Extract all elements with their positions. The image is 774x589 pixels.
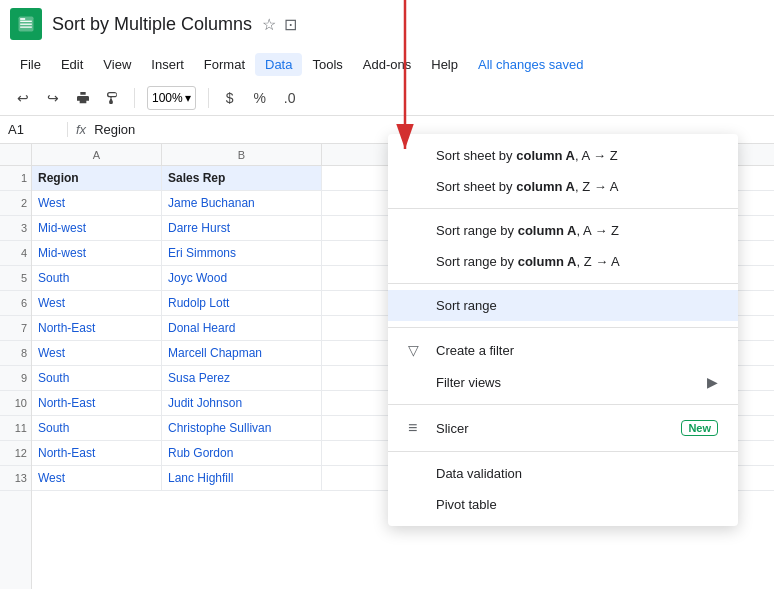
sort-range-a-z[interactable]: Sort range by column A, A → Z [388,215,738,246]
data-validation[interactable]: Data validation [388,458,738,489]
slicer-item[interactable]: ≡ Slicer New [388,411,738,445]
percent-button[interactable]: % [247,85,273,111]
toolbar-divider-1 [134,88,135,108]
row-num-3: 3 [0,216,31,241]
data-dropdown-menu: Sort sheet by column A, A → Z Sort sheet… [388,134,738,526]
cell-a7[interactable]: North-East [32,316,162,340]
decimal-button[interactable]: .0 [277,85,303,111]
toolbar: ↩ ↪ 100% ▾ $ % .0 [0,80,774,116]
row-num-1: 1 [0,166,31,191]
row-num-8: 8 [0,341,31,366]
cell-b10[interactable]: Judit Johnson [162,391,322,415]
menu-help[interactable]: Help [421,53,468,76]
undo-button[interactable]: ↩ [10,85,36,111]
sort-range-z-a[interactable]: Sort range by column A, Z → A [388,246,738,277]
row-num-7: 7 [0,316,31,341]
row-num-2: 2 [0,191,31,216]
menu-bar: File Edit View Insert Format Data Tools … [0,48,774,80]
sort-sheet-z-a[interactable]: Sort sheet by column A, Z → A [388,171,738,202]
menu-file[interactable]: File [10,53,51,76]
row-num-header [0,144,31,166]
sort-sheet-a-z-label: Sort sheet by column A, A → Z [436,148,718,163]
filter-icon: ▽ [408,342,424,358]
svg-rect-3 [20,27,32,28]
cell-b6[interactable]: Rudolp Lott [162,291,322,315]
page-title: Sort by Multiple Columns [52,14,252,35]
fx-label: fx [76,122,86,137]
title-icons: ☆ ⊡ [262,15,297,34]
cell-b4[interactable]: Eri Simmons [162,241,322,265]
menu-data[interactable]: Data [255,53,302,76]
row-num-5: 5 [0,266,31,291]
save-icon[interactable]: ⊡ [284,15,297,34]
cell-b13[interactable]: Lanc Highfill [162,466,322,490]
filter-views-label: Filter views [436,375,707,390]
paint-format-button[interactable] [100,85,126,111]
cell-b2[interactable]: Jame Buchanan [162,191,322,215]
cell-a9[interactable]: South [32,366,162,390]
cell-a11[interactable]: South [32,416,162,440]
cell-a5[interactable]: South [32,266,162,290]
sort-sheet-a-z[interactable]: Sort sheet by column A, A → Z [388,140,738,171]
menu-insert[interactable]: Insert [141,53,194,76]
row-num-12: 12 [0,441,31,466]
cell-b3[interactable]: Darre Hurst [162,216,322,240]
menu-tools[interactable]: Tools [302,53,352,76]
row-num-9: 9 [0,366,31,391]
app-icon [10,8,42,40]
spreadsheet-area: 1 2 3 4 5 6 7 8 9 10 11 12 13 A B Region… [0,144,774,589]
cell-b9[interactable]: Susa Perez [162,366,322,390]
cell-b8[interactable]: Marcell Chapman [162,341,322,365]
cell-b1[interactable]: Sales Rep [162,166,322,190]
cell-a13[interactable]: West [32,466,162,490]
cell-a8[interactable]: West [32,341,162,365]
menu-addons[interactable]: Add-ons [353,53,421,76]
cell-b7[interactable]: Donal Heard [162,316,322,340]
sort-range-a-z-label: Sort range by column A, A → Z [436,223,718,238]
sort-range-z-a-label: Sort range by column A, Z → A [436,254,718,269]
sort-range-advanced[interactable]: Sort range [388,290,738,321]
create-filter[interactable]: ▽ Create a filter [388,334,738,366]
sort-sheet-section: Sort sheet by column A, A → Z Sort sheet… [388,134,738,208]
cell-a6[interactable]: West [32,291,162,315]
cell-b12[interactable]: Rub Gordon [162,441,322,465]
cell-a3[interactable]: Mid-west [32,216,162,240]
cell-a2[interactable]: West [32,191,162,215]
row-numbers: 1 2 3 4 5 6 7 8 9 10 11 12 13 [0,144,32,589]
zoom-arrow-icon: ▾ [185,91,191,105]
zoom-value: 100% [152,91,183,105]
print-button[interactable] [70,85,96,111]
col-header-b[interactable]: B [162,144,322,165]
svg-rect-2 [20,24,32,25]
cell-reference[interactable]: A1 [8,122,68,137]
slicer-icon: ≡ [408,419,424,437]
pivot-table[interactable]: Pivot table [388,489,738,520]
create-filter-label: Create a filter [436,343,718,358]
cell-a12[interactable]: North-East [32,441,162,465]
cell-a4[interactable]: Mid-west [32,241,162,265]
sort-range-adv-section: Sort range [388,283,738,327]
menu-format[interactable]: Format [194,53,255,76]
redo-button[interactable]: ↪ [40,85,66,111]
filter-views[interactable]: Filter views ▶ [388,366,738,398]
menu-edit[interactable]: Edit [51,53,93,76]
star-icon[interactable]: ☆ [262,15,276,34]
menu-view[interactable]: View [93,53,141,76]
slicer-section: ≡ Slicer New [388,404,738,451]
svg-rect-1 [20,21,32,22]
pivot-table-label: Pivot table [436,497,718,512]
row-num-6: 6 [0,291,31,316]
title-bar: Sort by Multiple Columns ☆ ⊡ [0,0,774,48]
new-badge: New [681,420,718,436]
cell-a10[interactable]: North-East [32,391,162,415]
col-header-a[interactable]: A [32,144,162,165]
data-validation-label: Data validation [436,466,718,481]
cell-a1[interactable]: Region [32,166,162,190]
cell-b11[interactable]: Christophe Sullivan [162,416,322,440]
cell-b5[interactable]: Joyc Wood [162,266,322,290]
currency-button[interactable]: $ [217,85,243,111]
zoom-selector[interactable]: 100% ▾ [147,86,196,110]
sort-sheet-z-a-label: Sort sheet by column A, Z → A [436,179,718,194]
sort-range-section: Sort range by column A, A → Z Sort range… [388,208,738,283]
submenu-arrow-icon: ▶ [707,374,718,390]
